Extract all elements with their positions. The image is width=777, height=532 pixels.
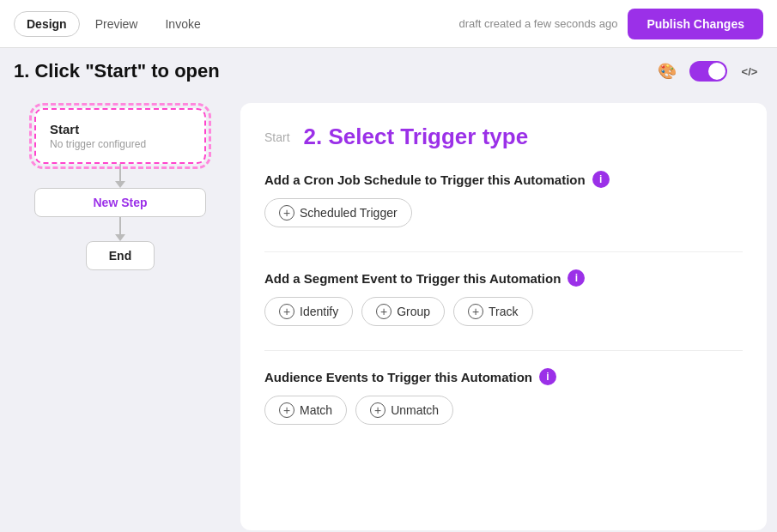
section-cron: Add a Cron Job Schedule to Trigger this … (264, 171, 743, 227)
track-trigger-label: Track (489, 305, 518, 318)
panel-breadcrumb: Start (264, 130, 290, 144)
info-icon-cron[interactable]: i (592, 171, 610, 188)
tab-invoke[interactable]: Invoke (153, 12, 212, 36)
group-trigger-label: Group (397, 305, 430, 318)
audience-triggers: + Match + Unmatch (264, 396, 743, 425)
section-segment-header: Add a Segment Event to Trigger this Auto… (264, 269, 743, 287)
plus-icon-scheduled: + (279, 205, 294, 221)
header: Design Preview Invoke draft created a fe… (0, 0, 777, 48)
start-node-subtitle: No trigger configured (50, 138, 191, 150)
toggle-switch[interactable] (689, 61, 727, 82)
palette-icon[interactable]: 🎨 (653, 57, 681, 85)
sub-header-icons: 🎨 </> (653, 57, 763, 85)
plus-icon-group: + (376, 304, 392, 319)
instruction-text: 1. Click "Start" to open (14, 53, 220, 89)
section-segment: Add a Segment Event to Trigger this Auto… (264, 269, 743, 326)
divider-2 (264, 350, 743, 351)
section-audience-label: Audience Events to Trigger this Automati… (264, 370, 532, 384)
draft-status: draft created a few seconds ago (458, 17, 617, 30)
plus-icon-match: + (279, 402, 294, 418)
section-audience: Audience Events to Trigger this Automati… (264, 368, 743, 425)
section-cron-header: Add a Cron Job Schedule to Trigger this … (264, 171, 743, 188)
sub-header: 1. Click "Start" to open 🎨 </> (0, 48, 777, 94)
info-icon-audience[interactable]: i (539, 368, 556, 385)
identify-trigger-button[interactable]: + Identify (264, 297, 353, 326)
scheduled-trigger-button[interactable]: + Scheduled Trigger (264, 198, 412, 227)
tab-preview[interactable]: Preview (83, 12, 150, 36)
panel-title: 2. Select Trigger type (304, 124, 529, 150)
panel-header: Start 2. Select Trigger type (264, 124, 743, 150)
track-trigger-button[interactable]: + Track (453, 297, 532, 326)
code-icon[interactable]: </> (736, 57, 763, 85)
plus-icon-identify: + (279, 304, 294, 319)
segment-triggers: + Identify + Group + Track (264, 297, 743, 326)
start-node-title: Start (50, 122, 191, 136)
section-segment-label: Add a Segment Event to Trigger this Auto… (264, 271, 561, 286)
end-node: End (86, 241, 155, 270)
scheduled-trigger-label: Scheduled Trigger (300, 206, 398, 220)
plus-icon-track: + (468, 304, 483, 319)
cron-triggers: + Scheduled Trigger (264, 198, 743, 227)
new-step-button[interactable]: New Step (34, 188, 206, 217)
unmatch-trigger-button[interactable]: + Unmatch (355, 396, 453, 425)
tab-design[interactable]: Design (14, 11, 80, 37)
match-trigger-label: Match (300, 403, 332, 417)
info-icon-segment[interactable]: i (568, 269, 585, 287)
identify-trigger-label: Identify (300, 305, 338, 318)
connector-2 (119, 217, 121, 234)
connector-arrow-2 (115, 234, 125, 241)
match-trigger-button[interactable]: + Match (264, 396, 347, 425)
plus-icon-unmatch: + (370, 402, 385, 418)
group-trigger-button[interactable]: + Group (361, 297, 445, 326)
left-panel: Start No trigger configured New Step End (0, 94, 240, 532)
divider-1 (264, 251, 743, 252)
connector-arrow-1 (115, 181, 125, 188)
tab-group: Design Preview Invoke (14, 11, 213, 37)
publish-button[interactable]: Publish Changes (628, 9, 763, 39)
connector-1 (119, 164, 121, 181)
start-node[interactable]: Start No trigger configured (34, 108, 206, 164)
right-panel: Start 2. Select Trigger type Add a Cron … (240, 103, 767, 530)
unmatch-trigger-label: Unmatch (391, 403, 439, 417)
section-audience-header: Audience Events to Trigger this Automati… (264, 368, 743, 385)
main-layout: Start No trigger configured New Step End… (0, 94, 777, 532)
header-right: draft created a few seconds ago Publish … (458, 9, 763, 39)
section-cron-label: Add a Cron Job Schedule to Trigger this … (264, 172, 586, 187)
